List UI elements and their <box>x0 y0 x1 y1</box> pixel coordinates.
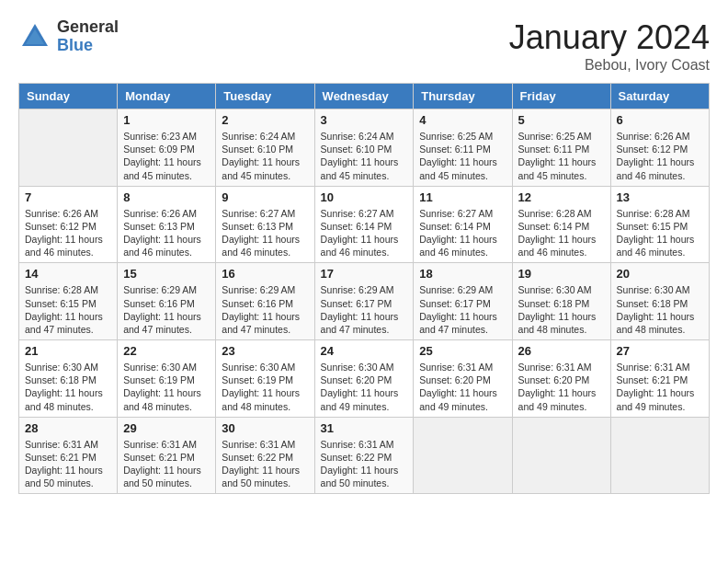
day-number: 19 <box>518 267 605 281</box>
weekday-header-row: SundayMondayTuesdayWednesdayThursdayFrid… <box>19 84 710 109</box>
day-number: 5 <box>518 113 605 127</box>
day-number: 22 <box>123 344 210 358</box>
calendar-cell <box>414 417 512 494</box>
logo-general-text: General <box>57 18 119 37</box>
cell-info: Sunrise: 6:25 AMSunset: 6:11 PMDaylight:… <box>518 130 605 182</box>
day-number: 16 <box>222 267 308 281</box>
calendar-cell: 28Sunrise: 6:31 AMSunset: 6:21 PMDayligh… <box>19 417 118 494</box>
calendar-cell: 15Sunrise: 6:29 AMSunset: 6:16 PMDayligh… <box>118 263 216 340</box>
day-number: 24 <box>321 344 408 358</box>
day-number: 18 <box>419 267 506 281</box>
calendar-cell: 2Sunrise: 6:24 AMSunset: 6:10 PMDaylight… <box>216 109 314 187</box>
calendar-cell <box>19 109 118 187</box>
day-number: 25 <box>419 344 506 358</box>
cell-info: Sunrise: 6:31 AMSunset: 6:21 PMDaylight:… <box>25 438 111 490</box>
calendar-cell: 23Sunrise: 6:30 AMSunset: 6:19 PMDayligh… <box>216 340 314 418</box>
cell-info: Sunrise: 6:24 AMSunset: 6:10 PMDaylight:… <box>222 130 308 182</box>
cell-info: Sunrise: 6:29 AMSunset: 6:16 PMDaylight:… <box>123 283 210 336</box>
calendar-week-row: 1Sunrise: 6:23 AMSunset: 6:09 PMDaylight… <box>19 109 710 187</box>
calendar-cell: 24Sunrise: 6:30 AMSunset: 6:20 PMDayligh… <box>314 340 414 418</box>
day-number: 31 <box>321 421 408 435</box>
day-number: 30 <box>222 421 308 435</box>
day-number: 15 <box>123 267 210 281</box>
day-number: 23 <box>222 344 308 358</box>
cell-info: Sunrise: 6:27 AMSunset: 6:14 PMDaylight:… <box>419 207 506 259</box>
calendar-cell: 5Sunrise: 6:25 AMSunset: 6:11 PMDaylight… <box>512 109 610 187</box>
cell-info: Sunrise: 6:26 AMSunset: 6:12 PMDaylight:… <box>617 130 703 182</box>
day-number: 14 <box>25 267 111 281</box>
day-number: 26 <box>518 344 605 358</box>
calendar-cell: 22Sunrise: 6:30 AMSunset: 6:19 PMDayligh… <box>118 340 216 418</box>
weekday-header: Sunday <box>19 84 118 109</box>
calendar-week-row: 7Sunrise: 6:26 AMSunset: 6:12 PMDaylight… <box>19 186 710 263</box>
cell-info: Sunrise: 6:28 AMSunset: 6:15 PMDaylight:… <box>617 207 703 259</box>
calendar-cell: 12Sunrise: 6:28 AMSunset: 6:14 PMDayligh… <box>512 186 610 263</box>
page-header: General Blue January 2024 Bebou, Ivory C… <box>18 18 710 74</box>
cell-info: Sunrise: 6:31 AMSunset: 6:22 PMDaylight:… <box>222 438 308 490</box>
calendar-cell: 16Sunrise: 6:29 AMSunset: 6:16 PMDayligh… <box>216 263 314 340</box>
day-number: 1 <box>123 113 210 127</box>
day-number: 20 <box>617 267 703 281</box>
calendar-week-row: 21Sunrise: 6:30 AMSunset: 6:18 PMDayligh… <box>19 340 710 418</box>
calendar-cell <box>610 417 709 494</box>
cell-info: Sunrise: 6:29 AMSunset: 6:17 PMDaylight:… <box>321 283 408 336</box>
calendar-cell: 31Sunrise: 6:31 AMSunset: 6:22 PMDayligh… <box>314 417 414 494</box>
title-block: January 2024 Bebou, Ivory Coast <box>509 18 710 74</box>
cell-info: Sunrise: 6:31 AMSunset: 6:21 PMDaylight:… <box>617 361 703 413</box>
weekday-header: Monday <box>118 84 216 109</box>
calendar-cell: 8Sunrise: 6:26 AMSunset: 6:13 PMDaylight… <box>118 186 216 263</box>
calendar-cell: 7Sunrise: 6:26 AMSunset: 6:12 PMDaylight… <box>19 186 118 263</box>
weekday-header: Tuesday <box>216 84 314 109</box>
cell-info: Sunrise: 6:30 AMSunset: 6:19 PMDaylight:… <box>123 361 210 413</box>
cell-info: Sunrise: 6:27 AMSunset: 6:13 PMDaylight:… <box>222 207 308 259</box>
logo-blue-text: Blue <box>57 37 119 55</box>
day-number: 21 <box>25 344 111 358</box>
day-number: 7 <box>25 190 111 204</box>
day-number: 6 <box>617 113 703 127</box>
cell-info: Sunrise: 6:23 AMSunset: 6:09 PMDaylight:… <box>123 130 210 182</box>
day-number: 3 <box>321 113 408 127</box>
cell-info: Sunrise: 6:29 AMSunset: 6:17 PMDaylight:… <box>419 283 506 336</box>
cell-info: Sunrise: 6:31 AMSunset: 6:20 PMDaylight:… <box>419 361 506 413</box>
day-number: 29 <box>123 421 210 435</box>
calendar-cell: 21Sunrise: 6:30 AMSunset: 6:18 PMDayligh… <box>19 340 118 418</box>
cell-info: Sunrise: 6:28 AMSunset: 6:14 PMDaylight:… <box>518 207 605 259</box>
weekday-header: Friday <box>512 84 610 109</box>
day-number: 4 <box>419 113 506 127</box>
cell-info: Sunrise: 6:31 AMSunset: 6:20 PMDaylight:… <box>518 361 605 413</box>
calendar-cell: 11Sunrise: 6:27 AMSunset: 6:14 PMDayligh… <box>414 186 512 263</box>
calendar-cell: 26Sunrise: 6:31 AMSunset: 6:20 PMDayligh… <box>512 340 610 418</box>
cell-info: Sunrise: 6:31 AMSunset: 6:21 PMDaylight:… <box>123 438 210 490</box>
calendar-week-row: 14Sunrise: 6:28 AMSunset: 6:15 PMDayligh… <box>19 263 710 340</box>
logo-icon <box>18 20 51 53</box>
cell-info: Sunrise: 6:29 AMSunset: 6:16 PMDaylight:… <box>222 283 308 336</box>
calendar-cell: 17Sunrise: 6:29 AMSunset: 6:17 PMDayligh… <box>314 263 414 340</box>
weekday-header: Saturday <box>610 84 709 109</box>
calendar-cell: 18Sunrise: 6:29 AMSunset: 6:17 PMDayligh… <box>414 263 512 340</box>
cell-info: Sunrise: 6:30 AMSunset: 6:18 PMDaylight:… <box>518 283 605 336</box>
calendar-cell: 1Sunrise: 6:23 AMSunset: 6:09 PMDaylight… <box>118 109 216 187</box>
calendar-cell: 20Sunrise: 6:30 AMSunset: 6:18 PMDayligh… <box>610 263 709 340</box>
day-number: 27 <box>617 344 703 358</box>
cell-info: Sunrise: 6:26 AMSunset: 6:13 PMDaylight:… <box>123 207 210 259</box>
calendar-cell: 10Sunrise: 6:27 AMSunset: 6:14 PMDayligh… <box>314 186 414 263</box>
day-number: 28 <box>25 421 111 435</box>
cell-info: Sunrise: 6:28 AMSunset: 6:15 PMDaylight:… <box>25 283 111 336</box>
day-number: 17 <box>321 267 408 281</box>
cell-info: Sunrise: 6:30 AMSunset: 6:19 PMDaylight:… <box>222 361 308 413</box>
calendar-week-row: 28Sunrise: 6:31 AMSunset: 6:21 PMDayligh… <box>19 417 710 494</box>
day-number: 8 <box>123 190 210 204</box>
calendar-cell: 13Sunrise: 6:28 AMSunset: 6:15 PMDayligh… <box>610 186 709 263</box>
calendar-cell: 30Sunrise: 6:31 AMSunset: 6:22 PMDayligh… <box>216 417 314 494</box>
calendar-cell <box>512 417 610 494</box>
month-title: January 2024 <box>509 18 710 57</box>
logo: General Blue <box>18 18 119 55</box>
cell-info: Sunrise: 6:31 AMSunset: 6:22 PMDaylight:… <box>321 438 408 490</box>
day-number: 10 <box>321 190 408 204</box>
weekday-header: Thursday <box>414 84 512 109</box>
logo-text: General Blue <box>57 18 119 55</box>
calendar-cell: 19Sunrise: 6:30 AMSunset: 6:18 PMDayligh… <box>512 263 610 340</box>
calendar-cell: 3Sunrise: 6:24 AMSunset: 6:10 PMDaylight… <box>314 109 414 187</box>
calendar-table: SundayMondayTuesdayWednesdayThursdayFrid… <box>18 83 710 494</box>
cell-info: Sunrise: 6:30 AMSunset: 6:18 PMDaylight:… <box>617 283 703 336</box>
